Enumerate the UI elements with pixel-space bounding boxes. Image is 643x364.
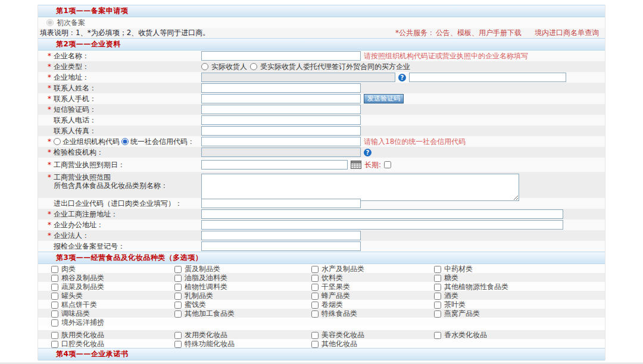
help-icon[interactable]: ? [364, 149, 372, 156]
category-checkbox[interactable] [434, 284, 441, 291]
category-label: 特殊功能化妆品 [185, 339, 235, 349]
org-code-radio[interactable] [54, 138, 61, 145]
contact-phone-label: 联系人电话： [54, 115, 96, 125]
category-checkbox[interactable] [311, 275, 319, 282]
category-checkbox[interactable] [51, 302, 58, 309]
row-office-address: *企业办公地址： [38, 219, 605, 230]
category-checkbox[interactable] [434, 266, 441, 273]
license-expiry-input[interactable] [201, 160, 348, 170]
help-icon[interactable]: ? [398, 74, 406, 81]
category-checkbox[interactable] [311, 341, 319, 348]
company-name-input[interactable] [201, 51, 361, 61]
category-checkbox-item[interactable]: 燕窝产品类 [434, 309, 605, 319]
category-checkbox-item[interactable]: 香水类化妆品 [434, 330, 605, 340]
category-checkbox[interactable] [434, 332, 441, 339]
row-license-scope: * 工商营业执照范围 所包含具体食品及化妆品类别名称： [38, 172, 605, 198]
credit-code-radio[interactable] [121, 138, 129, 145]
contact-fax-label: 联系人传真： [54, 126, 96, 136]
category-checkbox[interactable] [434, 302, 441, 309]
ciq-agency-input[interactable] [201, 148, 361, 157]
row-contact-phone: 联系人电话： [38, 115, 605, 125]
row-contact-fax: 联系人传真： [38, 125, 605, 136]
company-address-detail-input[interactable] [409, 73, 566, 82]
actual-consignee-label: 实际收货人 [211, 62, 247, 72]
category-checkbox[interactable] [434, 293, 441, 300]
company-address-region-input[interactable] [201, 73, 395, 82]
category-checkbox[interactable] [434, 310, 441, 318]
category-checkbox[interactable] [174, 310, 182, 318]
contact-mobile-input[interactable] [201, 94, 361, 103]
row-credit-code: * 企业组织机构代码 统一社会信用代码： 请输入18位的统一社会信用代码 [38, 136, 605, 147]
category-checkbox[interactable] [51, 266, 58, 273]
row-license-expiry: *工商营业执照到期日： 长期: [38, 158, 605, 172]
required-marker: * [48, 221, 52, 229]
category-checkbox[interactable] [51, 332, 58, 339]
category-row: 调味品类其他加工食品类特殊食品类燕窝产品类 [38, 309, 605, 318]
category-label: 特殊食品类 [322, 309, 357, 319]
category-checkbox-item[interactable]: 境外远洋捕捞 [51, 318, 174, 328]
registered-address-input[interactable] [201, 209, 563, 219]
category-checkbox[interactable] [174, 266, 182, 273]
credit-code-input[interactable] [201, 137, 361, 146]
entrusted-buyer-label: 受实际收货人委托代理签订外贸合同的买方企业 [260, 62, 410, 72]
category-checkbox-item[interactable]: 其他加工食品类 [174, 309, 311, 319]
category-checkbox[interactable] [174, 341, 182, 348]
category-checkbox[interactable] [311, 310, 319, 318]
sms-code-input[interactable] [201, 105, 361, 114]
category-checkbox[interactable] [311, 332, 319, 339]
category-checkbox[interactable] [174, 302, 182, 309]
food-category-grid: 肉类蛋及制品类水产及制品类中药材类粮谷及制品类油脂及油料类饮料类糖类蔬菜及制品类… [38, 264, 605, 327]
actual-consignee-radio[interactable] [201, 63, 208, 70]
category-checkbox[interactable] [311, 284, 319, 291]
category-checkbox[interactable] [51, 284, 58, 291]
section2-header: 第2项——企业资料 [38, 38, 605, 51]
inspection-reg-number-input[interactable] [201, 241, 361, 251]
legal-person-label: 企业法人： [54, 231, 89, 241]
credit-code-label: 统一社会信用代码： [130, 137, 195, 147]
entrusted-buyer-radio[interactable] [250, 63, 257, 70]
category-checkbox[interactable] [174, 293, 182, 300]
import-export-code-input[interactable] [201, 199, 361, 208]
importer-list-link[interactable]: 境内进口商名单查询 [535, 28, 599, 38]
category-checkbox[interactable] [51, 319, 58, 327]
row-ciq-agency: *检验检疫机构： ? [38, 147, 605, 158]
category-checkbox[interactable] [174, 275, 182, 282]
category-checkbox-item[interactable]: 特殊食品类 [311, 309, 434, 319]
category-checkbox-item[interactable]: 口腔类化妆品 [51, 339, 174, 349]
category-checkbox[interactable] [311, 266, 319, 273]
category-label: 其他化妆品 [322, 339, 357, 349]
category-checkbox[interactable] [51, 341, 58, 348]
category-checkbox[interactable] [174, 284, 182, 291]
contact-name-input[interactable] [201, 83, 361, 93]
license-scope-textarea[interactable] [201, 174, 519, 201]
required-marker: * [48, 173, 52, 181]
category-checkbox[interactable] [434, 275, 441, 282]
row-registered-address: *企业工商注册地址： [38, 209, 605, 219]
legal-person-input[interactable] [201, 231, 361, 240]
contact-fax-input[interactable] [201, 126, 361, 136]
category-checkbox[interactable] [51, 310, 58, 318]
send-verification-code-button[interactable]: 发送验证码 [364, 94, 404, 103]
section4-header: 第4项——企业承诺书 [38, 348, 605, 360]
first-filing-radio[interactable] [46, 19, 54, 26]
row-company-address: *企业地址： ? [38, 72, 605, 83]
required-marker: * [48, 105, 52, 114]
office-address-input[interactable] [201, 220, 563, 230]
downloads-link[interactable]: 公告、模板、用户手册下载 [436, 28, 522, 38]
category-checkbox[interactable] [311, 293, 319, 300]
category-checkbox[interactable] [51, 293, 58, 300]
category-checkbox[interactable] [174, 332, 182, 339]
company-type-label: 企业类型： [54, 62, 89, 72]
category-checkbox-item[interactable]: 其他化妆品 [311, 339, 434, 349]
required-marker: * [48, 161, 52, 169]
category-checkbox[interactable] [51, 275, 58, 282]
long-term-checkbox[interactable] [384, 161, 391, 168]
contact-mobile-label: 联系人手机： [54, 94, 96, 104]
contact-phone-input[interactable] [201, 115, 361, 125]
category-checkbox-item[interactable]: 特殊功能化妆品 [174, 339, 311, 349]
calendar-icon[interactable] [351, 161, 361, 169]
category-checkbox[interactable] [311, 302, 319, 309]
category-label: 境外远洋捕捞 [61, 318, 104, 328]
org-code-label: 企业组织机构代码 [63, 137, 120, 147]
long-term-label: 长期: [364, 160, 381, 170]
